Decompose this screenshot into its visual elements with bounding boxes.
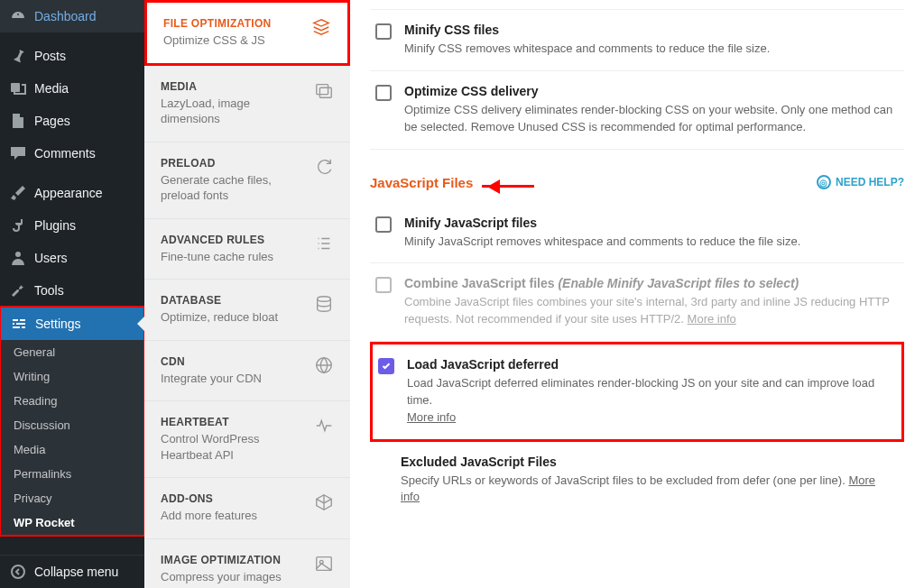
tab-desc: Optimize, reduce bloat bbox=[161, 309, 278, 326]
menu-label: Posts bbox=[34, 49, 66, 63]
box-icon bbox=[314, 492, 334, 512]
tab-desc: Generate cache files, preload fonts bbox=[161, 172, 307, 204]
tab-desc: Integrate your CDN bbox=[161, 371, 262, 387]
tab-file-optimization[interactable]: FILE OPTIMIZATIONOptimize CSS & JS bbox=[144, 0, 350, 66]
tab-desc: Add more features bbox=[161, 508, 257, 524]
svg-rect-3 bbox=[317, 84, 328, 94]
tab-preload[interactable]: PRELOADGenerate cache files, preload fon… bbox=[144, 142, 350, 219]
option-minify-js: Minify JavaScript files Minify JavaScrip… bbox=[370, 203, 904, 264]
option-title: Load JavaScript deferred bbox=[407, 357, 892, 372]
wp-admin-sidebar: Dashboard Posts Media Pages Comments App… bbox=[0, 0, 144, 588]
user-icon bbox=[9, 249, 27, 267]
menu-appearance[interactable]: Appearance bbox=[0, 177, 144, 209]
option-title: Optimize CSS delivery bbox=[404, 84, 895, 98]
option-defer-js: Load JavaScript deferred Load JavaScript… bbox=[370, 342, 904, 442]
option-desc: Load JavaScript deferred eliminates rend… bbox=[407, 375, 892, 427]
dashboard-icon bbox=[9, 7, 27, 25]
submenu-writing[interactable]: Writing bbox=[1, 364, 143, 389]
plugin-icon bbox=[9, 216, 27, 234]
option-title: Excluded JavaScript Files bbox=[401, 455, 895, 469]
brush-icon bbox=[9, 184, 27, 202]
tab-image-optimization[interactable]: IMAGE OPTIMIZATIONCompress your images bbox=[144, 539, 350, 588]
submenu-permalinks[interactable]: Permalinks bbox=[1, 462, 143, 486]
tab-desc: Fine-tune cache rules bbox=[161, 249, 273, 265]
menu-media[interactable]: Media bbox=[0, 72, 144, 105]
tab-database[interactable]: DATABASEOptimize, reduce bloat bbox=[144, 280, 350, 341]
submenu-reading[interactable]: Reading bbox=[1, 389, 143, 413]
page-icon bbox=[9, 112, 27, 130]
arrow-annotation bbox=[482, 185, 534, 188]
menu-label: Dashboard bbox=[34, 9, 97, 23]
option-title: Minify JavaScript files bbox=[404, 216, 800, 230]
menu-pages[interactable]: Pages bbox=[0, 105, 144, 137]
submenu-privacy[interactable]: Privacy bbox=[1, 486, 143, 510]
tab-desc: Control WordPress Heartbeat API bbox=[161, 431, 307, 463]
option-exclude-js: Excluded JavaScript Files Specify URLs o… bbox=[370, 442, 904, 519]
tab-title: PRELOAD bbox=[161, 157, 307, 170]
submenu-media[interactable]: Media bbox=[1, 437, 143, 462]
globe-icon bbox=[314, 355, 334, 375]
tab-media[interactable]: MEDIALazyLoad, image dimensions bbox=[144, 66, 350, 142]
submenu-general[interactable]: General bbox=[1, 340, 143, 364]
settings-content: Minify CSS files Minify CSS removes whit… bbox=[350, 0, 924, 588]
tab-title: IMAGE OPTIMIZATION bbox=[161, 554, 282, 566]
option-desc: Minify CSS removes whitespace and commen… bbox=[404, 41, 770, 58]
submenu-discussion[interactable]: Discussion bbox=[1, 413, 143, 437]
refresh-icon bbox=[314, 157, 334, 177]
tab-addons[interactable]: ADD-ONSAdd more features bbox=[144, 478, 350, 539]
heartbeat-icon bbox=[314, 416, 334, 436]
svg-point-2 bbox=[12, 565, 24, 578]
menu-label: Plugins bbox=[34, 218, 76, 233]
option-desc: Optimize CSS delivery eliminates render-… bbox=[404, 102, 895, 136]
more-info-link[interactable]: More info bbox=[407, 410, 456, 424]
option-title: Minify CSS files bbox=[404, 23, 770, 37]
settings-submenu: General Writing Reading Discussion Media… bbox=[1, 340, 143, 535]
list-icon bbox=[314, 234, 334, 253]
menu-dashboard[interactable]: Dashboard bbox=[0, 0, 144, 32]
more-info-link[interactable]: More info bbox=[688, 312, 736, 326]
option-title: Combine JavaScript files (Enable Minify … bbox=[404, 276, 895, 290]
option-desc: Combine JavaScript files combines your s… bbox=[404, 294, 895, 328]
checkbox-minify-css[interactable] bbox=[375, 23, 392, 40]
checkbox-optimize-css[interactable] bbox=[375, 85, 392, 101]
menu-settings[interactable]: Settings bbox=[1, 308, 143, 340]
wprocket-tabs: FILE OPTIMIZATIONOptimize CSS & JS MEDIA… bbox=[144, 0, 350, 588]
menu-comments[interactable]: Comments bbox=[0, 137, 144, 170]
svg-rect-4 bbox=[319, 87, 331, 97]
tab-title: DATABASE bbox=[161, 294, 278, 307]
database-icon bbox=[314, 294, 334, 314]
option-minify-css: Minify CSS files Minify CSS removes whit… bbox=[370, 9, 904, 71]
need-help-link[interactable]: ◎NEED HELP? bbox=[817, 175, 904, 189]
svg-rect-0 bbox=[11, 83, 20, 92]
menu-tools[interactable]: Tools bbox=[0, 274, 144, 307]
menu-label: Settings bbox=[35, 317, 81, 331]
images-icon bbox=[314, 80, 334, 100]
tab-title: ADVANCED RULES bbox=[161, 234, 273, 246]
submenu-wprocket[interactable]: WP Rocket bbox=[1, 510, 143, 535]
option-desc: Minify JavaScript removes whitespace and… bbox=[404, 234, 800, 251]
checkbox-defer-js[interactable] bbox=[378, 358, 394, 374]
collapse-icon bbox=[9, 563, 27, 581]
tab-desc: Optimize CSS & JS bbox=[163, 32, 272, 49]
collapse-menu[interactable]: Collapse menu bbox=[0, 555, 144, 588]
checkbox-combine-js bbox=[375, 277, 392, 293]
checkbox-minify-js[interactable] bbox=[375, 216, 392, 233]
menu-plugins[interactable]: Plugins bbox=[0, 209, 144, 242]
svg-point-5 bbox=[318, 297, 331, 302]
tab-desc: Compress your images bbox=[161, 569, 282, 585]
media-icon bbox=[9, 79, 27, 97]
tab-title: ADD-ONS bbox=[161, 492, 257, 505]
menu-users[interactable]: Users bbox=[0, 242, 144, 274]
tab-title: MEDIA bbox=[161, 80, 307, 93]
tab-advanced-rules[interactable]: ADVANCED RULESFine-tune cache rules bbox=[144, 219, 350, 280]
tab-title: FILE OPTIMIZATION bbox=[163, 17, 272, 30]
image-icon bbox=[314, 554, 334, 574]
menu-label: Pages bbox=[34, 114, 70, 128]
menu-label: Media bbox=[34, 81, 69, 96]
menu-label: Users bbox=[34, 251, 68, 265]
option-desc: Specify URLs or keywords of JavaScript f… bbox=[401, 473, 895, 507]
menu-posts[interactable]: Posts bbox=[0, 40, 144, 72]
comment-icon bbox=[9, 144, 27, 162]
tab-cdn[interactable]: CDNIntegrate your CDN bbox=[144, 341, 350, 402]
tab-heartbeat[interactable]: HEARTBEATControl WordPress Heartbeat API bbox=[144, 401, 350, 478]
